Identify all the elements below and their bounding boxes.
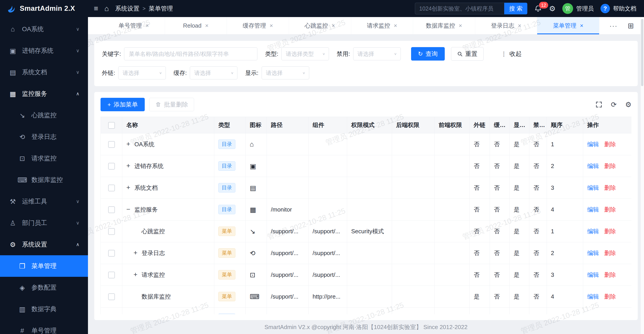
row-checkbox[interactable] [108,163,115,170]
notifications-button[interactable]: 12 [534,4,542,12]
row-expander[interactable]: + [126,184,134,191]
select-all-checkbox[interactable] [108,122,115,129]
delete-link[interactable]: 删除 [604,293,616,300]
tab-close-icon[interactable]: × [580,22,584,29]
tab-close-icon[interactable]: × [270,22,273,29]
menu-fold-icon[interactable]: ≡ [94,4,98,13]
edit-link[interactable]: 编辑 [587,293,599,300]
row-expander[interactable]: + [126,162,134,170]
sidebar-item[interactable]: ▥数据字典 [0,298,88,320]
delete-link[interactable]: 删除 [604,206,616,213]
row-checkbox[interactable] [108,228,115,235]
reset-button[interactable]: 重置 [451,47,484,60]
delete-link[interactable]: 删除 [604,163,616,169]
layout-grid-icon[interactable]: ⊞ [628,21,634,30]
row-checkbox[interactable] [108,184,115,191]
home-icon[interactable]: ⌂ [104,4,109,13]
collapse-filters-button[interactable]: ⋮ 收起 [499,47,524,60]
sidebar-item[interactable]: ⊡请求监控 [0,148,88,169]
refresh-icon[interactable]: ⟳ [611,100,616,109]
keyword-input[interactable] [124,47,258,60]
edit-link[interactable]: 编辑 [587,163,599,169]
gear-icon[interactable]: ⚙ [625,100,632,109]
inventory-icon: ▣ [8,47,18,55]
fullscreen-icon[interactable] [596,101,602,108]
global-search-button[interactable]: 搜 索 [504,3,527,14]
tab-close-icon[interactable]: × [146,22,149,29]
column-header: 名称 [122,117,214,134]
tab-close-icon[interactable]: × [518,22,521,29]
tab-item[interactable]: 心跳监控× [289,17,351,34]
edit-link[interactable]: 编辑 [587,184,599,191]
cache-select[interactable]: 请选择 ∨ [190,66,238,80]
sidebar-item[interactable]: ♙部门员工∨ [0,212,88,234]
row-expander[interactable]: + [134,249,142,256]
show-select[interactable]: 请选择 ∨ [262,66,309,80]
row-checkbox[interactable] [108,141,115,148]
edit-link[interactable]: 编辑 [587,141,599,148]
sidebar-item[interactable]: ▤系统文档∨ [0,62,88,83]
table-body: +OA系统目录⌂否否是否1编辑删除+进销存系统目录▣否否是否2编辑删除+系统文档… [101,134,632,314]
delete-link[interactable]: 删除 [604,228,616,235]
tab-item[interactable]: 菜单管理× [537,17,599,34]
user-menu[interactable]: 管 管理员 [562,3,594,14]
sidebar-item[interactable]: ⌂OA系统∨ [0,18,88,40]
delete-link[interactable]: 删除 [604,184,616,191]
row-checkbox[interactable] [108,272,115,278]
breadcrumb-item[interactable]: 系统设置 [115,4,139,12]
tab-item[interactable]: 登录日志× [475,17,537,34]
delete-link[interactable]: 删除 [604,141,616,148]
scrollbar-thumb[interactable] [641,19,643,86]
edit-link[interactable]: 编辑 [587,228,599,235]
sidebar-item[interactable]: #单号管理 [0,320,88,334]
sidebar-item[interactable]: ▦监控服务∧ [0,83,88,104]
row-perm-mode [347,264,392,286]
row-path [267,177,308,199]
help-link[interactable]: ? 帮助文档 [600,4,636,13]
edit-link[interactable]: 编辑 [587,206,599,213]
type-select[interactable]: 请选择类型 ∨ [282,47,329,60]
edit-link[interactable]: 编辑 [587,250,599,256]
edit-link[interactable]: 编辑 [587,272,599,278]
sidebar-item[interactable]: ❐菜单管理 [0,255,88,277]
tab-item[interactable]: 数据库监控× [413,17,475,34]
table-header-row: 名称类型图标路径组件权限模式后端权限前端权限外链缓存显示禁用顺序操作 [101,117,632,134]
delete-link[interactable]: 删除 [604,250,616,256]
page-scrollbar[interactable] [640,18,644,334]
row-checkbox[interactable] [108,206,115,213]
row-order: 1 [547,220,583,242]
tabs-more-icon[interactable]: ··· [610,22,618,30]
sidebar-item[interactable]: ⟲登录日志 [0,126,88,148]
row-checkbox[interactable] [108,250,115,256]
tab-close-icon[interactable]: × [394,22,397,29]
row-expander[interactable]: + [134,271,142,278]
disabled-select[interactable]: 请选择 ∨ [353,47,401,60]
tab-item[interactable]: 缓存管理× [227,17,289,34]
add-menu-label: 添加菜单 [114,100,138,108]
row-name: 心跳监控 [142,228,165,235]
sidebar-item[interactable]: ⚒运维工具∨ [0,191,88,212]
tab-item[interactable]: 单号管理× [103,17,165,34]
row-expander[interactable]: − [126,206,134,213]
sidebar-item[interactable]: ⚙系统设置∧ [0,234,88,255]
logo[interactable]: SmartAdmin 2.X [0,0,88,17]
external-select[interactable]: 请选择 ∨ [118,66,166,80]
gear-icon[interactable]: ⚙ [549,4,556,13]
row-checkbox[interactable] [108,294,115,300]
batch-delete-button[interactable]: 批量删除 [149,98,194,111]
sidebar-item[interactable]: ↘心跳监控 [0,104,88,126]
row-expander[interactable]: + [126,140,134,148]
tab-close-icon[interactable]: × [205,22,208,29]
sidebar-item[interactable]: ◈参数配置 [0,277,88,298]
sidebar-item[interactable]: ▣进销存系统∨ [0,40,88,62]
row-order: 3 [547,177,583,199]
tab-close-icon[interactable]: × [332,22,335,29]
tab-item[interactable]: 请求监控× [351,17,413,34]
global-search-input[interactable] [415,3,504,14]
sidebar-item[interactable]: ⌨数据库监控 [0,169,88,191]
query-button[interactable]: ↻ 查询 [411,47,445,60]
tab-close-icon[interactable]: × [459,22,462,29]
delete-link[interactable]: 删除 [604,272,616,278]
add-menu-button[interactable]: + 添加菜单 [100,98,145,111]
tab-item[interactable]: Reload× [165,17,227,34]
